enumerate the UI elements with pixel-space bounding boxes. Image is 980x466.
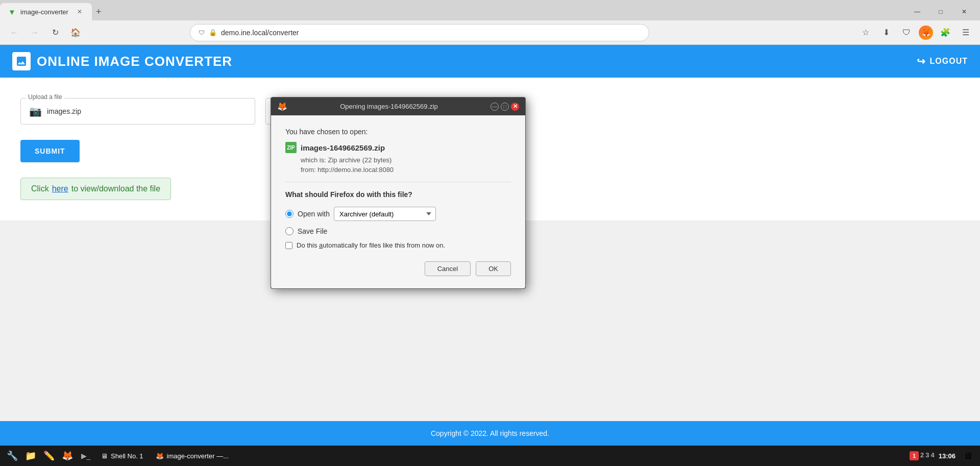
back-button[interactable]: ← — [6, 24, 22, 41]
auto-label[interactable]: Do this automatically for files like thi… — [297, 241, 445, 249]
dialog-window-buttons: — □ ✕ — [491, 103, 519, 111]
menu-button[interactable]: ☰ — [958, 24, 974, 41]
window-controls: — □ ✕ — [905, 3, 980, 20]
firefox-avatar[interactable]: 🦊 — [919, 26, 933, 40]
dialog-divider — [285, 182, 511, 182]
taskbar-browser-icon: 🦊 — [156, 452, 164, 460]
lock-icon: 🔒 — [209, 29, 217, 36]
dialog-which-is: which is: Zip archive (22 bytes) — [301, 156, 511, 164]
submit-button[interactable]: SUBMIT — [20, 140, 80, 162]
upload-label: Upload a file — [26, 93, 64, 101]
browser-chrome: ▼ image-converter ✕ + — □ ✕ ← → ↻ 🏠 🛡 🔒 … — [0, 0, 980, 45]
taskbar-nums: 1 2 3 4 — [910, 451, 935, 460]
taskbar-wrench-icon[interactable]: 🔧 — [4, 448, 20, 464]
dialog-filename-row: ZIP images-1649662569.zip — [285, 142, 511, 153]
taskbar-browser-app[interactable]: 🦊 image-converter —... — [151, 450, 234, 462]
open-with-label[interactable]: Open with — [298, 210, 330, 218]
address-bar: ← → ↻ 🏠 🛡 🔒 demo.ine.local/converter ☆ ⬇… — [0, 20, 980, 45]
auto-checkbox-row: Do this automatically for files like thi… — [285, 241, 511, 249]
dialog-minimize-button[interactable]: — — [491, 103, 499, 111]
address-input[interactable]: 🛡 🔒 demo.ine.local/converter — [190, 24, 649, 41]
download-suffix: to view/download the file — [71, 184, 160, 193]
open-with-option: Open with Xarchiver (default) — [285, 207, 511, 221]
tab-bar: ▼ image-converter ✕ + — □ ✕ — [0, 0, 980, 20]
dialog-titlebar: 🦊 Opening images-1649662569.zip — □ ✕ — [271, 97, 525, 115]
dialog-intro: You have chosen to open: — [285, 128, 511, 136]
logout-label: LOGOUT — [930, 57, 968, 66]
taskbar-shell-label: Shell No. 1 — [111, 452, 143, 460]
taskbar-firefox-icon[interactable]: 🦊 — [59, 448, 76, 464]
upload-field[interactable]: Upload a file 📷 images.zip — [20, 98, 255, 125]
taskbar-shell-app[interactable]: 🖥 Shell No. 1 — [96, 450, 149, 462]
browser-right-icons: ☆ ⬇ 🛡 🦊 🧩 ☰ — [857, 24, 974, 41]
taskbar-editor-icon[interactable]: ✏️ — [41, 448, 57, 464]
open-with-radio[interactable] — [285, 210, 293, 218]
taskbar-time: 13:06 — [939, 452, 955, 460]
dialog-title: Opening images-1649662569.zip — [291, 103, 486, 110]
taskbar-right: 1 2 3 4 13:06 🖥 — [910, 448, 976, 464]
taskbar-num-1[interactable]: 1 — [910, 451, 919, 460]
download-link[interactable]: here — [52, 184, 68, 193]
forward-button[interactable]: → — [27, 24, 43, 41]
camera-icon: 📷 — [29, 105, 42, 117]
download-button[interactable]: ⬇ — [878, 24, 894, 41]
logout-icon: ↪ — [917, 55, 926, 67]
zip-icon: ZIP — [285, 142, 297, 153]
save-file-radio[interactable] — [285, 227, 293, 235]
taskbar-num-2[interactable]: 2 — [920, 451, 924, 460]
download-message: Click here to view/download the file — [20, 178, 171, 200]
save-file-label[interactable]: Save File — [298, 227, 327, 235]
tab-label: image-converter — [20, 8, 68, 16]
active-tab[interactable]: ▼ image-converter ✕ — [0, 3, 92, 20]
reload-button[interactable]: ↻ — [47, 24, 63, 41]
cancel-button[interactable]: Cancel — [425, 261, 471, 276]
home-button[interactable]: 🏠 — [67, 24, 84, 41]
tab-favicon: ▼ — [8, 8, 16, 16]
app-logo: ONLINE IMAGE CONVERTER — [12, 52, 232, 70]
app-header: ONLINE IMAGE CONVERTER ↪ LOGOUT — [0, 45, 980, 78]
auto-checkbox[interactable] — [285, 242, 292, 249]
app-footer: Copyright © 2022. All rights reserved. — [0, 421, 980, 446]
taskbar-num-3[interactable]: 3 — [925, 451, 929, 460]
dialog-close-button[interactable]: ✕ — [511, 103, 519, 111]
maximize-button[interactable]: □ — [929, 3, 952, 20]
app-title: ONLINE IMAGE CONVERTER — [37, 54, 232, 69]
shield-button[interactable]: 🛡 — [898, 24, 915, 41]
logo-icon — [12, 52, 31, 70]
app-select[interactable]: Xarchiver (default) — [334, 207, 436, 221]
minimize-button[interactable]: — — [905, 3, 929, 20]
download-prefix: Click — [31, 184, 49, 193]
file-open-dialog: 🦊 Opening images-1649662569.zip — □ ✕ Yo… — [271, 97, 526, 289]
new-tab-button[interactable]: + — [92, 5, 106, 19]
dialog-actions: Cancel OK — [285, 261, 511, 276]
tab-close-button[interactable]: ✕ — [76, 8, 84, 16]
save-file-option: Save File — [285, 227, 511, 235]
image-icon — [15, 55, 28, 67]
bookmark-button[interactable]: ☆ — [857, 24, 874, 41]
dialog-filename: images-1649662569.zip — [301, 143, 385, 152]
taskbar: 🔧 📁 ✏️ 🦊 ▶_ 🖥 Shell No. 1 🦊 image-conver… — [0, 446, 980, 466]
close-button[interactable]: ✕ — [952, 3, 976, 20]
url-text: demo.ine.local/converter — [221, 29, 299, 37]
taskbar-num-4[interactable]: 4 — [931, 451, 935, 460]
dialog-maximize-button[interactable]: □ — [501, 103, 509, 111]
dialog-body: You have chosen to open: ZIP images-1649… — [271, 115, 525, 288]
dialog-question: What should Firefox do with this file? — [285, 190, 511, 199]
footer-text: Copyright © 2022. All rights reserved. — [431, 429, 549, 437]
file-name: images.zip — [47, 107, 81, 115]
dialog-from: from: http://demo.ine.local:8080 — [301, 166, 511, 174]
taskbar-terminal-icon[interactable]: ▶_ — [78, 448, 94, 464]
firefox-icon: 🦊 — [277, 102, 287, 111]
logout-button[interactable]: ↪ LOGOUT — [917, 55, 968, 67]
taskbar-screen-icon[interactable]: 🖥 — [960, 448, 976, 464]
extensions-button[interactable]: 🧩 — [937, 24, 953, 41]
taskbar-browser-label: image-converter —... — [167, 452, 229, 460]
taskbar-folder-icon[interactable]: 📁 — [22, 448, 39, 464]
taskbar-shell-icon: 🖥 — [101, 452, 108, 460]
ok-button[interactable]: OK — [476, 261, 511, 276]
shield-icon: 🛡 — [199, 29, 205, 36]
